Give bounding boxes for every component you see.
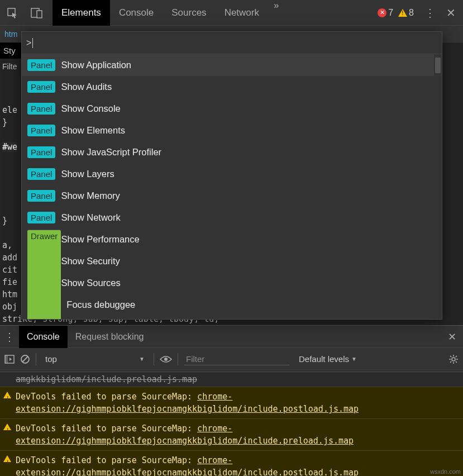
palette-prefix: > — [26, 38, 31, 48]
palette-item-tag: Panel — [27, 103, 55, 115]
message-text: DevTools failed to parse SourceMap: — [16, 392, 197, 402]
tab-network[interactable]: Network — [216, 0, 268, 26]
palette-item[interactable]: PanelShow Performance — [22, 229, 434, 250]
svg-line-14 — [456, 361, 457, 362]
svg-point-8 — [452, 358, 455, 361]
levels-label: Default levels — [299, 354, 349, 364]
console-toolbar: top ▼ Filter Default levels ▼ — [0, 348, 463, 370]
elements-panel: htm Sty Filte ele } #we f c w p m } a, a… — [0, 26, 463, 325]
palette-item-tag: Drawer — [27, 230, 61, 320]
palette-item[interactable]: DrawerFocus debuggee — [22, 294, 434, 316]
inspect-element-icon[interactable] — [0, 0, 25, 26]
console-messages: amgkkbiglidom/include.preload.js.map Dev… — [0, 370, 463, 476]
palette-item-tag: Panel — [27, 125, 55, 136]
tab-console[interactable]: Console — [110, 0, 163, 26]
svg-line-13 — [450, 356, 451, 357]
dropdown-triangle-icon: ▼ — [139, 356, 145, 362]
tab-elements[interactable]: Elements — [52, 0, 110, 26]
drawer-menu-icon[interactable]: ⋮ — [0, 330, 19, 344]
console-warning-message[interactable]: DevTools failed to parse SourceMap: chro… — [0, 418, 463, 450]
palette-item-tag: Panel — [27, 190, 55, 202]
message-text: DevTools failed to parse SourceMap: — [16, 423, 197, 434]
svg-rect-2 — [37, 11, 42, 18]
error-count: 7 — [388, 8, 393, 18]
warning-icon — [3, 423, 11, 430]
palette-item[interactable]: PanelShow Sources — [22, 272, 434, 294]
log-levels-select[interactable]: Default levels ▼ — [299, 354, 357, 364]
console-filter-input[interactable]: Filter — [184, 353, 290, 365]
execution-context-select[interactable]: top ▼ — [42, 353, 148, 365]
console-drawer: ⋮ Console Request blocking ✕ top ▼ Filte… — [0, 325, 463, 476]
drawer-tab-console[interactable]: Console — [19, 326, 68, 348]
palette-item[interactable]: PanelShow Layers — [22, 163, 434, 185]
palette-item[interactable]: PanelShow Application — [22, 54, 434, 76]
message-text: DevTools failed to parse SourceMap: — [16, 455, 197, 465]
panel-tabs: Elements Console Sources Network » — [52, 0, 284, 26]
styles-filter[interactable]: Filte — [0, 59, 21, 74]
svg-line-16 — [456, 356, 457, 357]
palette-item-tag: Panel — [27, 168, 55, 180]
svg-rect-4 — [5, 355, 8, 363]
console-warning-message[interactable]: DevTools failed to parse SourceMap: chro… — [0, 450, 463, 476]
main-menu-icon[interactable]: ⋮ — [422, 6, 438, 20]
svg-line-15 — [450, 361, 451, 362]
styles-sidebar-tab[interactable]: Sty — [0, 42, 21, 59]
command-palette-input[interactable]: > — [22, 32, 442, 54]
palette-item[interactable]: PanelShow Security — [22, 250, 434, 272]
console-sidebar-toggle-icon[interactable] — [4, 355, 15, 364]
console-message[interactable]: amgkkbiglidom/include.preload.js.map — [0, 372, 463, 387]
palette-item-label: Show Layers — [61, 169, 114, 179]
palette-item-tag: Panel — [27, 81, 55, 93]
palette-item-label: Show Sources — [61, 278, 120, 288]
palette-item-tag: Panel — [27, 212, 55, 223]
live-expression-icon[interactable] — [160, 355, 172, 363]
palette-item[interactable]: PanelShow Network — [22, 207, 434, 229]
palette-item-label: Show Security — [61, 256, 120, 266]
palette-item[interactable]: PanelShow JavaScript Profiler — [22, 141, 434, 163]
tabs-overflow-icon[interactable]: » — [268, 0, 284, 26]
message-link: amgkkbiglidom/include.preload.js.map — [16, 374, 197, 384]
close-devtools-icon[interactable]: ✕ — [438, 6, 463, 20]
svg-point-7 — [164, 358, 168, 361]
palette-item-label: Show JavaScript Profiler — [61, 147, 161, 158]
devtools-main-toolbar: Elements Console Sources Network » ✕ 7 8… — [0, 0, 463, 26]
palette-item[interactable]: PanelShow Memory — [22, 185, 434, 207]
palette-item[interactable]: PanelShow Audits — [22, 76, 434, 98]
status-badges[interactable]: ✕ 7 8 — [378, 0, 417, 26]
palette-item[interactable]: PanelShow Elements — [22, 120, 434, 141]
console-warning-message[interactable]: DevTools failed to parse SourceMap: chro… — [0, 387, 463, 418]
tab-sources[interactable]: Sources — [163, 0, 215, 26]
drawer-tab-request-blocking[interactable]: Request blocking — [68, 326, 152, 348]
palette-item-label: Show Performance — [61, 234, 139, 245]
console-settings-icon[interactable] — [448, 354, 459, 364]
drawer-tabs: ⋮ Console Request blocking ✕ — [0, 326, 463, 348]
dropdown-triangle-icon: ▼ — [351, 356, 357, 362]
palette-item-label: Show Console — [61, 103, 120, 114]
clear-console-icon[interactable] — [20, 354, 30, 364]
context-label: top — [45, 354, 57, 364]
command-palette: > PanelShow ApplicationPanelShow AuditsP… — [21, 31, 442, 320]
drawer-close-icon[interactable]: ✕ — [441, 331, 463, 343]
source-watermark: wsxdn.com — [430, 468, 461, 475]
text-caret — [32, 38, 33, 48]
command-palette-list: PanelShow ApplicationPanelShow AuditsPan… — [22, 54, 434, 319]
svg-line-6 — [22, 356, 28, 362]
scrollbar-thumb[interactable] — [435, 58, 441, 73]
palette-item-label: Show Network — [61, 212, 120, 223]
palette-item-label: Show Audits — [61, 82, 112, 92]
warning-icon — [3, 392, 11, 398]
error-icon: ✕ — [378, 8, 386, 17]
palette-item-label: Show Memory — [61, 191, 120, 201]
palette-item-label: Focus debuggee — [66, 299, 135, 310]
palette-item-tag: Panel — [27, 146, 55, 158]
palette-scrollbar[interactable] — [434, 54, 442, 319]
palette-item[interactable]: PanelShow Console — [22, 98, 434, 120]
warning-count: 8 — [409, 8, 414, 18]
palette-item-label: Show Application — [61, 60, 131, 70]
device-toolbar-icon[interactable] — [25, 0, 49, 26]
palette-item-label: Show Elements — [61, 125, 125, 136]
warning-icon — [398, 9, 407, 17]
warning-icon — [3, 455, 11, 462]
palette-item-tag: Panel — [27, 59, 55, 71]
